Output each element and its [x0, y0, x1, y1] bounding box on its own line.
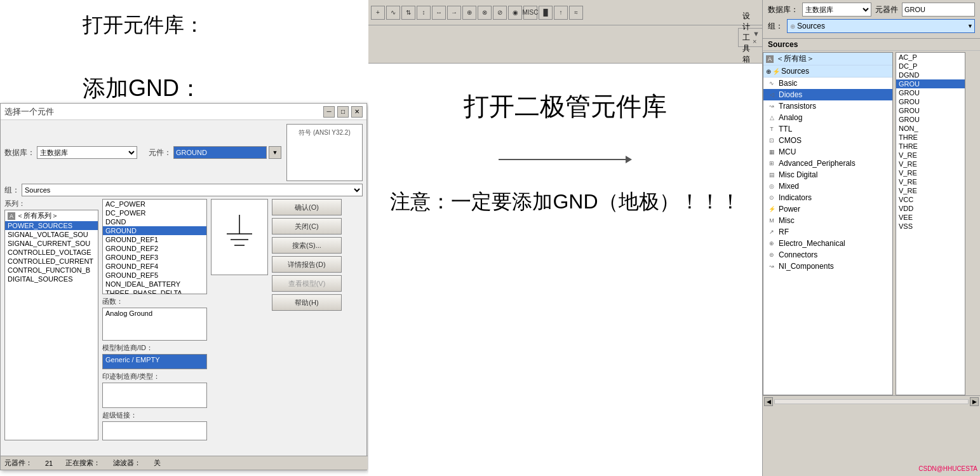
- right-comp-grou1[interactable]: GROU: [896, 79, 965, 88]
- group-indicators[interactable]: ⊙ Indicators: [763, 192, 892, 203]
- comp-dgnd[interactable]: DGND: [103, 217, 206, 226]
- group-diodes[interactable]: ◁ Diodes: [763, 89, 892, 100]
- group-dropdown[interactable]: Sources: [22, 184, 363, 196]
- comp-three-phase-delta[interactable]: THREE_PHASE_DELTA: [103, 289, 206, 294]
- group-rf[interactable]: ↗ RF: [763, 226, 892, 238]
- group-mcu[interactable]: ▦ MCU: [763, 146, 892, 158]
- scroll-left[interactable]: ◀: [764, 397, 773, 406]
- right-comp-ac-p[interactable]: AC_P: [896, 53, 965, 62]
- close-button[interactable]: ✕: [351, 106, 363, 118]
- confirm-button[interactable]: 确认(O): [272, 199, 342, 215]
- hyperlink-label: 超级链接：: [102, 411, 207, 420]
- right-header-db-row: 数据库： 主数据库 元器件: [768, 3, 975, 17]
- series-controlled-current[interactable]: CONTROLLED_CURRENT: [5, 257, 98, 266]
- comp-ground[interactable]: GROUND: [103, 226, 206, 235]
- tb-circle-plus[interactable]: ⊕: [462, 6, 476, 20]
- right-group-dropdown-container[interactable]: ⊕ Sources ▼: [787, 19, 975, 33]
- right-comp-vee[interactable]: VEE: [896, 213, 965, 222]
- group-misc-digital[interactable]: ▤ Misc Digital: [763, 169, 892, 180]
- comp-dc-power[interactable]: DC_POWER: [103, 208, 206, 217]
- right-comp-non[interactable]: NON_: [896, 124, 965, 133]
- tb-circle-cross[interactable]: ⊗: [478, 6, 492, 20]
- right-component-input[interactable]: [902, 3, 975, 17]
- dialog-close-button[interactable]: 关闭(C): [272, 218, 342, 235]
- scroll-right[interactable]: ▶: [970, 397, 979, 406]
- tb-arrow[interactable]: →: [447, 6, 461, 20]
- tb-ud[interactable]: ⇅: [401, 6, 415, 20]
- maximize-button[interactable]: □: [337, 106, 349, 118]
- tb-approx[interactable]: ≈: [569, 6, 583, 20]
- tb-horiz[interactable]: ↔: [432, 6, 446, 20]
- group-cmos[interactable]: ⊡ CMOS: [763, 135, 892, 146]
- comp-ground-ref5[interactable]: GROUND_REF5: [103, 271, 206, 280]
- right-comp-thre1[interactable]: THRE: [896, 133, 965, 142]
- series-current-sou[interactable]: SIGNAL_CURRENT_SOU: [5, 239, 98, 248]
- right-comp-vdd[interactable]: VDD: [896, 204, 965, 213]
- db-dropdown[interactable]: 主数据库: [37, 146, 137, 159]
- tb-radio[interactable]: ◉: [508, 6, 522, 20]
- series-list[interactable]: A ＜所有系列＞ POWER_SOURCES SIGNAL_VOLTAGE_SO…: [4, 210, 98, 440]
- component-input[interactable]: [173, 146, 267, 159]
- tb-misc-icon[interactable]: MISC: [523, 6, 537, 20]
- series-digital-sources[interactable]: DIGITAL_SOURCES: [5, 275, 98, 283]
- right-comp-dc-p[interactable]: DC_P: [896, 62, 965, 71]
- minimize-button[interactable]: ─: [323, 106, 335, 118]
- group-misc[interactable]: M Misc: [763, 215, 892, 226]
- group-advanced-peripherals[interactable]: ⊞ Advanced_Peripherals: [763, 158, 892, 169]
- help-button[interactable]: 帮助(H): [272, 294, 342, 311]
- right-comp-vss[interactable]: VSS: [896, 222, 965, 231]
- right-comp-v-re5[interactable]: V_RE: [896, 186, 965, 195]
- tb-up-arrow[interactable]: ↑: [554, 6, 568, 20]
- group-ttl[interactable]: T TTL: [763, 123, 892, 135]
- comp-ground-ref4[interactable]: GROUND_REF4: [103, 262, 206, 271]
- right-comp-vcc[interactable]: VCC: [896, 195, 965, 204]
- right-comp-dgnd[interactable]: DGND: [896, 71, 965, 79]
- group-analog[interactable]: △ Analog: [763, 112, 892, 123]
- right-comp-v-re3[interactable]: V_RE: [896, 168, 965, 177]
- analog-icon: △: [767, 113, 776, 122]
- group-connectors[interactable]: ⊜ Connectors: [763, 249, 892, 261]
- right-comp-grou2[interactable]: GROU: [896, 88, 965, 97]
- right-comp-grou4[interactable]: GROU: [896, 106, 965, 115]
- right-scrollbar-h[interactable]: ◀ ▶: [763, 395, 980, 407]
- group-power[interactable]: ⚡ Power: [763, 203, 892, 215]
- comp-ground-ref1[interactable]: GROUND_REF1: [103, 235, 206, 244]
- series-voltage-sou[interactable]: SIGNAL_VOLTAGE_SOU: [5, 230, 98, 239]
- right-component-list[interactable]: AC_P DC_P DGND GROU GROU GROU GROU GROU …: [896, 52, 965, 395]
- right-comp-grou5[interactable]: GROU: [896, 115, 965, 124]
- component-browse-button[interactable]: ▼: [269, 146, 281, 159]
- detail-button[interactable]: 详情报告(D): [272, 256, 342, 273]
- component-list[interactable]: AC_POWER DC_POWER DGND GROUND GROUND_REF…: [102, 199, 207, 294]
- group-transistors[interactable]: ↝ Transistors: [763, 100, 892, 112]
- series-controlled-voltage[interactable]: CONTROLLED_VOLTAGE: [5, 248, 98, 257]
- right-db-dropdown[interactable]: 主数据库: [802, 3, 871, 17]
- comp-ac-power[interactable]: AC_POWER: [103, 200, 206, 208]
- group-basic[interactable]: ∿ Basic: [763, 78, 892, 89]
- series-control-function[interactable]: CONTROL_FUNCTION_B: [5, 266, 98, 275]
- group-list[interactable]: A ＜所有组＞ ⊕ ⚡ Sources ∿ Basic ◁ Diodes ↝ T…: [763, 52, 893, 395]
- view-model-button[interactable]: 查看模型(V): [272, 275, 342, 292]
- comp-non-ideal-battery[interactable]: NON_IDEAL_BATTERY: [103, 280, 206, 289]
- tb-plus[interactable]: +: [371, 6, 385, 20]
- comp-ground-ref2[interactable]: GROUND_REF2: [103, 244, 206, 253]
- right-comp-v-re4[interactable]: V_RE: [896, 177, 965, 186]
- transistors-icon: ↝: [767, 102, 776, 111]
- series-item[interactable]: A ＜所有系列＞: [5, 210, 98, 221]
- right-comp-grou3[interactable]: GROU: [896, 97, 965, 106]
- right-comp-thre2[interactable]: THRE: [896, 142, 965, 151]
- tb-wave[interactable]: ∿: [386, 6, 400, 20]
- tb-vert[interactable]: ↕: [417, 6, 431, 20]
- tb-block[interactable]: █: [539, 6, 553, 20]
- search-button[interactable]: 搜索(S)...: [272, 237, 342, 254]
- group-electro-mechanical[interactable]: ⊕ Electro_Mechanical: [763, 238, 892, 249]
- tb-circle-minus[interactable]: ⊘: [493, 6, 507, 20]
- basic-icon: ∿: [767, 79, 776, 88]
- group-ni-components[interactable]: ↝ NI_Components: [763, 261, 892, 272]
- comp-ground-ref3[interactable]: GROUND_REF3: [103, 253, 206, 262]
- sources-dropdown-expanded[interactable]: A ＜所有组＞: [763, 53, 892, 65]
- group-mixed[interactable]: ◎ Mixed: [763, 180, 892, 192]
- right-comp-v-re2[interactable]: V_RE: [896, 160, 965, 168]
- group-sources-expanded[interactable]: ⊕ ⚡ Sources: [763, 65, 892, 78]
- right-comp-v-re1[interactable]: V_RE: [896, 151, 965, 160]
- series-power-sources[interactable]: POWER_SOURCES: [5, 221, 98, 230]
